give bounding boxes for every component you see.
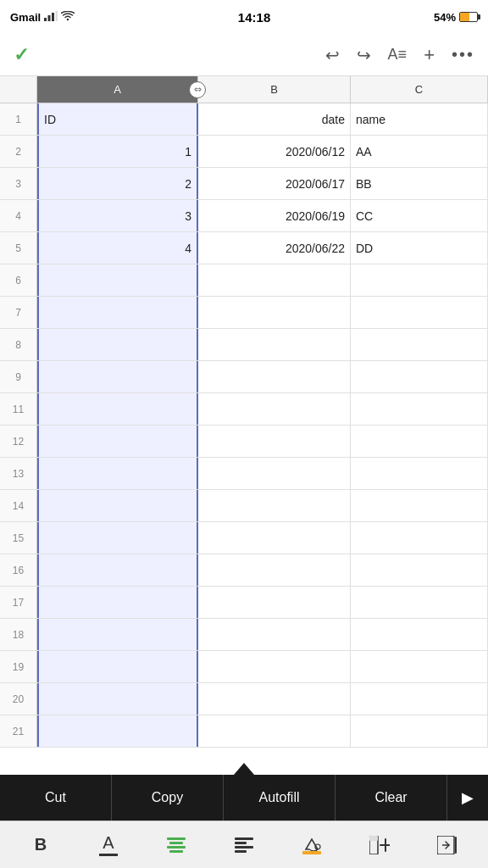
cell-a[interactable] — [37, 297, 198, 328]
add-button[interactable]: + — [424, 44, 435, 66]
cell-c[interactable] — [351, 619, 488, 650]
cell-a[interactable] — [37, 490, 198, 521]
cell-a[interactable] — [37, 264, 198, 296]
clear-menu-item[interactable]: Clear — [336, 775, 447, 821]
fill-color-button[interactable] — [293, 826, 330, 864]
cell-b[interactable]: 2020/06/12 — [198, 136, 351, 167]
confirm-button[interactable]: ✓ — [14, 44, 29, 66]
cell-a[interactable]: 4 — [37, 232, 198, 264]
redo-button[interactable]: ↪ — [357, 45, 371, 65]
cell-c[interactable] — [351, 587, 488, 618]
col-header-b[interactable]: B — [198, 76, 351, 103]
svg-rect-2 — [52, 13, 54, 21]
cell-a[interactable]: 2 — [37, 168, 198, 199]
bold-button[interactable]: B — [22, 826, 59, 864]
table-row: 13 — [0, 458, 488, 490]
cell-c[interactable] — [351, 490, 488, 521]
context-menu-wrapper: Cut Copy Autofill Clear ▶ — [0, 775, 488, 821]
col-header-c[interactable]: C — [351, 76, 488, 103]
more-options-button[interactable]: ••• — [452, 45, 474, 64]
cell-a[interactable]: 1 — [37, 136, 198, 167]
cell-c[interactable]: BB — [351, 168, 488, 199]
cell-b[interactable] — [198, 264, 351, 296]
row-number: 7 — [0, 297, 37, 328]
cell-a[interactable] — [37, 587, 198, 618]
svg-rect-4 — [167, 837, 186, 840]
toolbar-left: ✓ — [14, 44, 29, 66]
more-menu-item[interactable]: ▶ — [447, 775, 488, 821]
cell-b[interactable] — [198, 683, 351, 715]
cell-b[interactable] — [198, 554, 351, 586]
cell-c[interactable] — [351, 264, 488, 296]
cell-a[interactable] — [37, 715, 198, 747]
cell-b[interactable]: 2020/06/22 — [198, 232, 351, 264]
carrier-label: Gmail — [10, 11, 41, 24]
cell-c[interactable] — [351, 329, 488, 360]
status-time: 14:18 — [238, 10, 270, 25]
cell-c[interactable]: name — [351, 103, 488, 135]
cell-c[interactable] — [351, 683, 488, 715]
context-menu-arrow — [234, 763, 254, 775]
cell-a[interactable] — [37, 554, 198, 586]
align-left-button[interactable] — [225, 826, 263, 864]
cell-a[interactable] — [37, 329, 198, 360]
cell-b[interactable] — [198, 297, 351, 328]
cell-c[interactable] — [351, 651, 488, 682]
cell-b[interactable] — [198, 426, 351, 457]
cell-c[interactable]: DD — [351, 232, 488, 264]
autofill-menu-item[interactable]: Autofill — [224, 775, 336, 821]
cell-c[interactable] — [351, 522, 488, 554]
cell-c[interactable] — [351, 458, 488, 489]
table-row: 542020/06/22DD — [0, 232, 488, 264]
cell-b[interactable] — [198, 587, 351, 618]
cell-b[interactable] — [198, 361, 351, 392]
cut-menu-item[interactable]: Cut — [0, 775, 112, 821]
cell-a[interactable] — [37, 651, 198, 682]
row-number: 5 — [0, 232, 37, 264]
cell-a[interactable] — [37, 393, 198, 425]
cell-c[interactable] — [351, 393, 488, 425]
cell-c[interactable] — [351, 361, 488, 392]
format-text-button[interactable]: A≡ — [388, 46, 408, 64]
cell-a[interactable]: ID — [37, 103, 198, 135]
align-center-button[interactable] — [158, 826, 195, 864]
insert-col-button[interactable] — [361, 826, 398, 864]
cell-b[interactable] — [198, 619, 351, 650]
cell-c[interactable] — [351, 554, 488, 586]
table-row: 15 — [0, 522, 488, 554]
cell-a[interactable] — [37, 522, 198, 554]
svg-rect-11 — [235, 850, 247, 853]
enter-cell-button[interactable] — [429, 826, 466, 864]
cell-a[interactable] — [37, 619, 198, 650]
cell-a[interactable]: 3 — [37, 200, 198, 231]
col-header-a[interactable]: A ⇔ — [37, 76, 198, 103]
cell-b[interactable]: 2020/06/17 — [198, 168, 351, 199]
cell-c[interactable] — [351, 715, 488, 747]
table-row: 17 — [0, 587, 488, 619]
cell-b[interactable] — [198, 329, 351, 360]
cell-b[interactable] — [198, 651, 351, 682]
cell-b[interactable] — [198, 393, 351, 425]
cell-a[interactable] — [37, 426, 198, 457]
font-color-button[interactable]: A — [90, 826, 127, 864]
cell-c[interactable] — [351, 297, 488, 328]
undo-button[interactable]: ↩ — [325, 45, 340, 65]
cell-c[interactable]: CC — [351, 200, 488, 231]
col-resize-handle[interactable]: ⇔ — [189, 81, 206, 98]
cell-b[interactable] — [198, 490, 351, 521]
row-number: 6 — [0, 264, 37, 296]
table-row: 8 — [0, 329, 488, 361]
cell-b[interactable]: 2020/06/19 — [198, 200, 351, 231]
toolbar-right: ↩ ↪ A≡ + ••• — [325, 44, 474, 66]
cell-a[interactable] — [37, 458, 198, 489]
cell-c[interactable]: AA — [351, 136, 488, 167]
row-number: 18 — [0, 619, 37, 650]
cell-b[interactable] — [198, 458, 351, 489]
cell-b[interactable]: date — [198, 103, 351, 135]
copy-menu-item[interactable]: Copy — [112, 775, 224, 821]
cell-b[interactable] — [198, 522, 351, 554]
cell-b[interactable] — [198, 715, 351, 747]
cell-c[interactable] — [351, 426, 488, 457]
cell-a[interactable] — [37, 683, 198, 715]
cell-a[interactable] — [37, 361, 198, 392]
